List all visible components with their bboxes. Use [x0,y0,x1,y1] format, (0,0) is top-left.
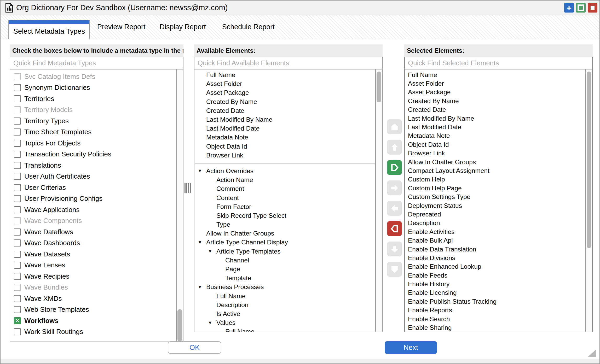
selected-elements-search-input[interactable] [404,57,593,69]
tree-expander-icon[interactable]: ▼ [208,320,213,326]
metadata-type-row-wave-datasets[interactable]: Wave Datasets [10,249,183,260]
available-element-row-created-by-name[interactable]: Created By Name [194,97,382,106]
add-all-button[interactable] [387,160,402,175]
selected-element-row-enable-publish-status-tracking[interactable]: Enable Publish Status Tracking [405,297,592,306]
selected-element-row-enable-divisions[interactable]: Enable Divisions [405,254,592,262]
maximize-button[interactable] [576,3,586,13]
metadata-list-scrollbar[interactable] [176,69,183,342]
tree-expander-icon[interactable]: ▼ [198,240,203,245]
available-element-row-skip-record-type-select[interactable]: Skip Record Type Select [194,211,382,220]
selected-element-row-deployment-status[interactable]: Deployment Status [405,201,592,210]
selected-element-row-metadata-note[interactable]: Metadata Note [405,132,592,140]
selected-element-row-custom-help[interactable]: Custom Help [405,175,592,184]
selected-element-row-allow-in-chatter-groups[interactable]: Allow In Chatter Groups [405,158,592,166]
selected-element-row-asset-folder[interactable]: Asset Folder [405,79,592,88]
available-element-row-full-name[interactable]: Full Name [194,327,382,332]
checkbox[interactable] [14,118,21,125]
metadata-type-row-wave-bundles[interactable]: Wave Bundles [10,282,183,293]
available-element-row-action-overrides[interactable]: ▼Action Overrides [194,167,382,175]
checkbox[interactable] [14,151,21,158]
checkbox[interactable] [14,206,21,213]
available-element-row-form-factor[interactable]: Form Factor [194,202,382,211]
checkbox[interactable] [14,328,21,335]
move-down-button[interactable] [387,242,402,256]
move-to-bottom-button[interactable] [387,262,402,277]
available-element-row-business-processes[interactable]: ▼Business Processes [194,283,382,291]
remove-button[interactable] [387,201,402,216]
available-element-row-channel[interactable]: Channel [194,256,382,265]
metadata-type-row-transaction-security-policies[interactable]: Transaction Security Policies [10,149,183,160]
available-element-row-description[interactable]: Description [194,301,382,309]
metadata-type-row-territory-types[interactable]: Territory Types [10,115,183,127]
metadata-type-row-wave-dataflows[interactable]: Wave Dataflows [10,226,183,238]
metadata-type-row-topics-for-objects[interactable]: Topics For Objects [10,138,183,149]
available-list-scrollbar[interactable] [375,69,382,332]
available-element-row-asset-folder[interactable]: Asset Folder [194,79,382,88]
move-to-top-button[interactable] [387,119,402,134]
available-element-row-object-data-id[interactable]: Object Data Id [194,142,382,151]
selected-element-row-enable-reports[interactable]: Enable Reports [405,306,592,315]
tree-expander-icon[interactable]: ▼ [198,284,203,290]
available-element-row-page[interactable]: Page [194,265,382,274]
checkbox[interactable] [14,173,21,180]
resize-grip[interactable] [588,350,596,357]
close-button[interactable] [588,3,597,13]
checkbox[interactable] [14,273,21,280]
checkbox[interactable] [14,251,21,258]
selected-element-row-last-modified-by-name[interactable]: Last Modified By Name [405,114,592,123]
selected-element-row-enable-licensing[interactable]: Enable Licensing [405,289,592,297]
available-element-row-asset-package[interactable]: Asset Package [194,88,382,97]
next-button[interactable]: Next [385,341,437,354]
metadata-type-row-territory-models[interactable]: Territory Models [10,104,183,116]
checkbox[interactable] [14,217,21,224]
tab-select-metadata-types[interactable]: Select Metadata Types [8,20,90,39]
available-element-row-metadata-note[interactable]: Metadata Note [194,133,382,142]
selected-element-row-object-data-id[interactable]: Object Data Id [405,140,592,149]
move-up-button[interactable] [387,140,402,155]
metadata-type-row-territories[interactable]: Territories [10,93,183,104]
tree-expander-icon[interactable]: ▼ [198,168,203,174]
tab-display-report[interactable]: Display Report [159,15,206,39]
available-element-row-allow-in-chatter-groups[interactable]: Allow In Chatter Groups [194,229,382,238]
selected-element-row-enable-data-translation[interactable]: Enable Data Translation [405,245,592,254]
selected-element-row-deprecated[interactable]: Deprecated [405,210,592,219]
checkbox[interactable] [14,128,21,136]
metadata-type-row-wave-recipies[interactable]: Wave Recipies [10,271,183,282]
selected-element-row-enable-enhanced-lookup[interactable]: Enable Enhanced Lookup [405,262,592,271]
remove-all-button[interactable] [387,221,402,236]
checkbox[interactable] [14,195,21,202]
available-list-scrollbar-thumb[interactable] [377,72,381,102]
selected-element-row-asset-package[interactable]: Asset Package [405,88,592,97]
checkbox[interactable] [14,306,21,313]
checkbox[interactable] [14,295,21,302]
metadata-type-row-workflows[interactable]: ✕Workflows [10,315,183,326]
selected-element-row-custom-help-page[interactable]: Custom Help Page [405,184,592,192]
metadata-list-scrollbar-thumb[interactable] [177,309,182,342]
metadata-type-row-work-skill-routings[interactable]: Work Skill Routings [10,326,183,338]
checkbox[interactable] [14,228,21,236]
tab-preview-report[interactable]: Preview Report [97,15,146,39]
selected-element-row-browser-link[interactable]: Browser Link [405,149,592,158]
selected-element-row-enable-activities[interactable]: Enable Activities [405,227,592,236]
available-element-row-full-name[interactable]: Full Name [194,71,382,79]
checked-checkbox[interactable]: ✕ [14,317,21,324]
available-element-row-browser-link[interactable]: Browser Link [194,151,382,160]
selected-element-row-enable-sharing[interactable]: Enable Sharing [405,323,592,332]
available-element-row-template[interactable]: Template [194,274,382,283]
metadata-type-row-wave-xmds[interactable]: Wave XMDs [10,293,183,304]
metadata-type-row-user-criterias[interactable]: User Criterias [10,182,183,193]
checkbox[interactable] [14,162,21,169]
available-element-row-last-modified-by-name[interactable]: Last Modified By Name [194,115,382,124]
plus-window-button[interactable]: + [564,3,574,13]
selected-element-row-enable-search[interactable]: Enable Search [405,315,592,323]
available-elements-search-input[interactable] [194,57,383,69]
available-element-row-comment[interactable]: Comment [194,184,382,193]
checkbox[interactable] [14,140,21,147]
metadata-type-row-wave-dashboards[interactable]: Wave Dashboards [10,238,183,249]
checkbox[interactable] [14,239,21,246]
metadata-type-row-wave-lenses[interactable]: Wave Lenses [10,260,183,271]
checkbox[interactable] [14,106,21,113]
selected-element-row-enable-feeds[interactable]: Enable Feeds [405,271,592,280]
selected-element-row-last-modified-date[interactable]: Last Modified Date [405,123,592,131]
checkbox[interactable] [14,84,21,91]
